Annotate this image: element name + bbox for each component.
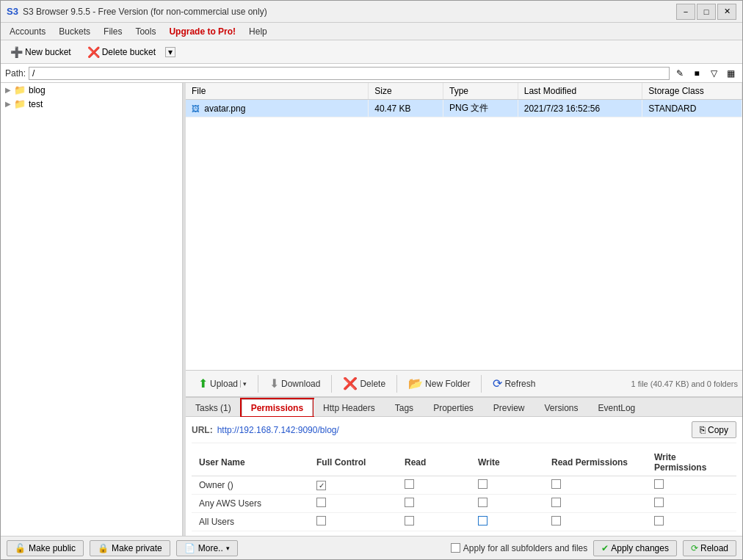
- checkbox-all-read[interactable]: [405, 516, 414, 526]
- permissions-panel: URL: http://192.168.7.142:9090/blog/ ⎘ C…: [186, 417, 742, 536]
- folder-icon-test: 📁: [14, 98, 26, 109]
- bucket-blog[interactable]: ▶ 📁 blog: [1, 83, 182, 97]
- col-size[interactable]: Size: [369, 83, 443, 100]
- tab-properties[interactable]: Properties: [424, 399, 483, 416]
- perm-col-write-perm[interactable]: Write Permissions: [647, 449, 736, 476]
- menu-tools[interactable]: Tools: [129, 25, 162, 38]
- new-bucket-button[interactable]: ➕ New bucket: [4, 43, 78, 61]
- menu-buckets[interactable]: Buckets: [53, 25, 96, 38]
- url-value: http://192.168.7.142:9090/blog/: [217, 425, 687, 435]
- perm-col-read[interactable]: Read: [397, 449, 471, 476]
- delete-file-button[interactable]: ❌ Delete: [335, 373, 394, 394]
- url-label: URL:: [192, 425, 213, 435]
- perm-all-write[interactable]: [471, 513, 544, 531]
- make-private-label: Make private: [112, 543, 162, 553]
- tab-tasks[interactable]: Tasks (1): [186, 399, 241, 416]
- perm-all-full[interactable]: [309, 513, 397, 531]
- tab-eventlog[interactable]: EventLog: [589, 399, 645, 416]
- reload-button[interactable]: ⟳ Reload: [683, 540, 736, 556]
- perm-owner-write[interactable]: [471, 476, 544, 495]
- checkbox-owner-write[interactable]: [478, 479, 488, 489]
- filter-button[interactable]: ▽: [706, 66, 721, 81]
- perm-user-all: All Users: [192, 513, 309, 531]
- col-storage[interactable]: Storage Class: [642, 83, 742, 100]
- titlebar: S3 S3 Browser 9.5.5 - Free Version (for …: [1, 1, 742, 23]
- perm-owner-read[interactable]: [397, 476, 471, 495]
- columns-button[interactable]: ▦: [723, 66, 738, 81]
- perm-aws-read[interactable]: [397, 495, 471, 513]
- table-row[interactable]: 🖼 avatar.png 40.47 KB PNG 文件 2021/7/23 1…: [186, 100, 742, 117]
- refresh-icon: ⟳: [493, 377, 502, 390]
- app-icon: S3: [7, 6, 18, 17]
- delete-bucket-button[interactable]: ❌ Delete bucket: [81, 43, 162, 61]
- perm-owner-write-perm[interactable]: [647, 476, 736, 495]
- checkbox-all-read-perm[interactable]: [551, 516, 561, 526]
- perm-aws-read-perm[interactable]: [544, 495, 647, 513]
- right-panel: File Size Type Last Modified Storage Cla…: [186, 83, 742, 536]
- menu-help[interactable]: Help: [243, 25, 273, 38]
- maximize-button[interactable]: □: [697, 4, 716, 20]
- refresh-label: Refresh: [504, 379, 535, 389]
- upload-dropdown-icon[interactable]: ▾: [240, 380, 247, 388]
- close-button[interactable]: ✕: [717, 4, 736, 20]
- view-toggle-button[interactable]: ■: [689, 66, 704, 81]
- perm-owner-full[interactable]: [309, 476, 397, 495]
- tab-permissions[interactable]: Permissions: [242, 399, 313, 416]
- checkbox-aws-write[interactable]: [478, 498, 488, 507]
- perm-col-user[interactable]: User Name: [192, 449, 309, 476]
- upload-button[interactable]: ⬆ Upload ▾: [190, 373, 255, 394]
- perm-col-full[interactable]: Full Control: [309, 449, 397, 476]
- permissions-table: User Name Full Control Read Write Read P…: [192, 449, 736, 531]
- checkbox-all-write[interactable]: [478, 516, 488, 526]
- apply-all-checkbox[interactable]: [451, 543, 460, 553]
- toolbar-dropdown-arrow[interactable]: ▾: [165, 47, 175, 57]
- refresh-button[interactable]: ⟳ Refresh: [485, 373, 543, 394]
- menu-files[interactable]: Files: [98, 25, 128, 38]
- tab-versions[interactable]: Versions: [535, 399, 588, 416]
- checkbox-owner-write-perm[interactable]: [654, 479, 664, 489]
- checkbox-all-full[interactable]: [316, 516, 326, 526]
- perm-all-read[interactable]: [397, 513, 471, 531]
- checkbox-aws-read-perm[interactable]: [551, 498, 561, 507]
- new-folder-button[interactable]: 📂 New Folder: [400, 373, 478, 394]
- make-private-button[interactable]: 🔒 Make private: [90, 540, 170, 556]
- perm-all-write-perm[interactable]: [647, 513, 736, 531]
- minimize-button[interactable]: −: [676, 4, 695, 20]
- tab-tags[interactable]: Tags: [385, 399, 423, 416]
- perm-col-read-perm[interactable]: Read Permissions: [544, 449, 647, 476]
- menu-accounts[interactable]: Accounts: [4, 25, 51, 38]
- checkbox-owner-full[interactable]: [316, 481, 326, 490]
- perm-col-write[interactable]: Write: [471, 449, 544, 476]
- perm-aws-write-perm[interactable]: [647, 495, 736, 513]
- path-input[interactable]: [29, 67, 670, 80]
- bucket-test[interactable]: ▶ 📁 test: [1, 97, 182, 111]
- col-file[interactable]: File: [186, 83, 369, 100]
- perm-all-read-perm[interactable]: [544, 513, 647, 531]
- make-public-button[interactable]: 🔓 Make public: [7, 540, 84, 556]
- checkbox-owner-read-perm[interactable]: [551, 479, 561, 489]
- menu-upgrade[interactable]: Upgrade to Pro!: [163, 25, 242, 38]
- file-list[interactable]: File Size Type Last Modified Storage Cla…: [186, 83, 742, 371]
- perm-owner-read-perm[interactable]: [544, 476, 647, 495]
- apply-changes-button[interactable]: ✔ Apply changes: [593, 540, 677, 556]
- checkbox-aws-full[interactable]: [316, 498, 326, 507]
- tab-preview[interactable]: Preview: [484, 399, 534, 416]
- col-modified[interactable]: Last Modified: [518, 83, 642, 100]
- more-button[interactable]: 📄 More.. ▾: [176, 540, 238, 556]
- perm-aws-write[interactable]: [471, 495, 544, 513]
- file-toolbar: ⬆ Upload ▾ ⬇ Download ❌ Delete 📂 New Fol…: [186, 371, 742, 397]
- menubar: Accounts Buckets Files Tools Upgrade to …: [1, 23, 742, 40]
- tab-bar: Tasks (1) Permissions Http Headers Tags …: [186, 398, 742, 417]
- checkbox-aws-write-perm[interactable]: [654, 498, 664, 507]
- copy-button[interactable]: ⎘ Copy: [692, 421, 736, 438]
- checkbox-owner-read[interactable]: [405, 479, 414, 489]
- checkbox-aws-read[interactable]: [405, 498, 414, 507]
- download-button[interactable]: ⬇ Download: [261, 373, 328, 394]
- tab-http-headers[interactable]: Http Headers: [313, 399, 385, 416]
- file-modified-cell: 2021/7/23 16:52:56: [518, 100, 642, 117]
- upload-label: Upload: [210, 379, 238, 389]
- perm-aws-full[interactable]: [309, 495, 397, 513]
- col-type[interactable]: Type: [443, 83, 518, 100]
- edit-path-button[interactable]: ✎: [673, 66, 687, 81]
- checkbox-all-write-perm[interactable]: [654, 516, 664, 526]
